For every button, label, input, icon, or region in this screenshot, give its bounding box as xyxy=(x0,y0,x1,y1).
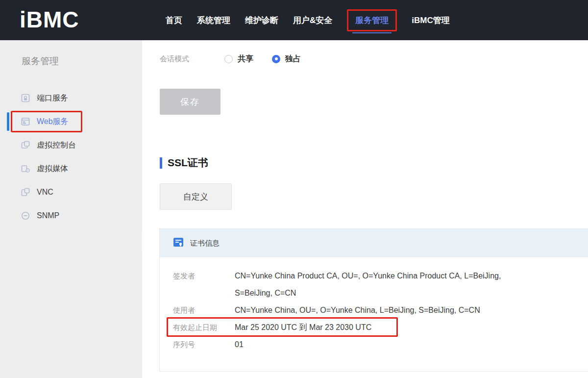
ssl-section-title: SSL证书 xyxy=(168,156,208,170)
nav-service-management[interactable]: 服务管理 xyxy=(347,9,397,31)
cert-row-label: 签发者 xyxy=(173,267,235,302)
sidebar-menu: 端口服务 Web服务 虚拟控制台 虚拟媒体 xyxy=(0,86,142,227)
radio-option-shared[interactable]: 共享 xyxy=(224,54,253,64)
active-indicator-bar xyxy=(7,112,9,131)
cert-row-serial: 序列号 01 xyxy=(173,336,588,353)
ibmc-logo: iBMC xyxy=(20,6,79,33)
radio-unchecked-icon[interactable] xyxy=(224,55,233,63)
sidebar-item-snmp[interactable]: SNMP xyxy=(0,204,142,227)
sidebar-item-label: VNC xyxy=(37,188,53,197)
save-button[interactable]: 保存 xyxy=(160,89,220,115)
main-content: 会话模式 共享 独占 保存 SSL证书 自定义 xyxy=(142,40,588,378)
sidebar-item-port-service[interactable]: 端口服务 xyxy=(0,86,142,110)
cert-row-value: CN=Yunke China Product CA, OU=, O=Yunke … xyxy=(235,267,509,302)
cert-row-subject: 使用者 CN=Yunke China, OU=, O=Yunke China, … xyxy=(173,302,588,319)
port-service-icon xyxy=(21,93,30,103)
cert-row-value: Mar 25 2020 UTC 到 Mar 23 2030 UTC xyxy=(235,319,371,336)
nav-user-security[interactable]: 用户&安全 xyxy=(293,15,332,26)
sidebar-item-virtual-media[interactable]: 虚拟媒体 xyxy=(0,157,142,180)
sidebar-item-label: 虚拟控制台 xyxy=(37,140,76,151)
sidebar-item-label: Web服务 xyxy=(37,117,69,127)
sidebar-item-virtual-console[interactable]: 虚拟控制台 xyxy=(0,133,142,157)
cert-row-value: CN=Yunke China, OU=, O=Yunke China, L=Be… xyxy=(235,302,480,319)
cert-row-label: 有效起止日期 xyxy=(173,319,235,336)
nav-home[interactable]: 首页 xyxy=(166,15,182,26)
nav-ibmc-management[interactable]: iBMC管理 xyxy=(412,15,449,26)
cert-row-issuer: 签发者 CN=Yunke China Product CA, OU=, O=Yu… xyxy=(173,267,588,302)
certificate-panel-header: 证书信息 xyxy=(160,229,588,257)
section-accent-bar xyxy=(160,157,162,169)
snmp-icon xyxy=(21,211,30,221)
cert-row-value: 01 xyxy=(235,336,244,353)
top-bar: iBMC 首页 系统管理 维护诊断 用户&安全 服务管理 iBMC管理 xyxy=(0,0,588,40)
radio-label: 独占 xyxy=(285,54,301,64)
nav-maintenance-diagnosis[interactable]: 维护诊断 xyxy=(245,15,278,26)
customize-button[interactable]: 自定义 xyxy=(160,183,232,210)
radio-option-exclusive[interactable]: 独占 xyxy=(272,54,301,64)
sidebar-item-vnc[interactable]: VNC xyxy=(0,180,142,204)
certificate-info-panel: 证书信息 签发者 CN=Yunke China Product CA, OU=,… xyxy=(159,228,588,372)
nav-system-management[interactable]: 系统管理 xyxy=(197,15,230,26)
sidebar-item-label: 端口服务 xyxy=(37,93,68,103)
virtual-console-icon xyxy=(21,140,30,150)
radio-checked-icon[interactable] xyxy=(272,55,280,63)
cert-row-validity: 有效起止日期 Mar 25 2020 UTC 到 Mar 23 2030 UTC xyxy=(173,319,588,336)
sidebar-title: 服务管理 xyxy=(22,55,59,68)
certificate-panel-body: 签发者 CN=Yunke China Product CA, OU=, O=Yu… xyxy=(160,257,588,353)
sidebar-item-web-service[interactable]: Web服务 xyxy=(0,110,142,133)
session-mode-label: 会话模式 xyxy=(160,54,194,64)
vnc-icon xyxy=(21,187,30,197)
session-mode-radio-group: 共享 独占 xyxy=(224,54,301,64)
radio-label: 共享 xyxy=(238,54,253,64)
web-service-icon xyxy=(21,117,30,126)
sidebar-item-label: SNMP xyxy=(37,211,59,220)
sidebar: 服务管理 端口服务 Web服务 虚拟控制台 xyxy=(0,40,142,378)
sidebar-item-label: 虚拟媒体 xyxy=(37,164,68,174)
session-mode-row: 会话模式 共享 独占 xyxy=(160,51,301,67)
cert-row-label: 使用者 xyxy=(173,302,235,319)
certificate-panel-title: 证书信息 xyxy=(190,239,220,248)
cert-row-label: 序列号 xyxy=(173,336,235,353)
ssl-section-header: SSL证书 xyxy=(160,156,208,170)
main-nav: 首页 系统管理 维护诊断 用户&安全 服务管理 iBMC管理 xyxy=(166,0,450,40)
certificate-icon xyxy=(172,236,184,250)
page: iBMC 首页 系统管理 维护诊断 用户&安全 服务管理 iBMC管理 服务管理… xyxy=(0,0,588,378)
virtual-media-icon xyxy=(21,164,30,174)
